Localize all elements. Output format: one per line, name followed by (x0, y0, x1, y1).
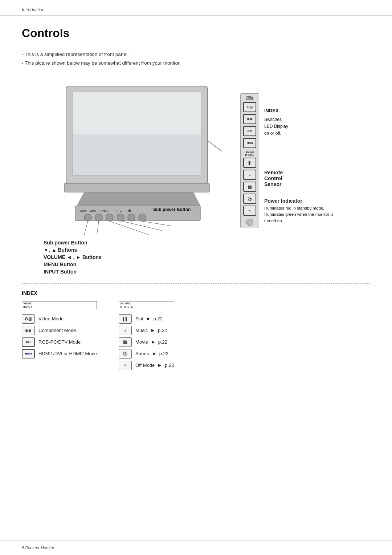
component-mode-icon: ▣▣ (22, 326, 35, 335)
movie-label: Movie (135, 339, 148, 345)
volume-below: VOLUME ◄ , ► Buttons (44, 254, 102, 260)
component-strip-btn: ▣▣ (243, 114, 256, 124)
svg-text:MENU: MENU (90, 210, 96, 212)
footer-bar: 8 Plasma Monitor (0, 540, 392, 555)
power-indicator-desc: Illuminates red in standby mode, Illumin… (264, 205, 337, 224)
music-icon: ♪ (119, 326, 132, 335)
intro-line-2: - This picture shown below may be somewh… (22, 59, 370, 68)
index-right-col: SOUNDM O D E ||| Flat ▶ p.22 ♪ Music ▶ (119, 301, 174, 370)
index-row-offmode: ∿ Off Mode ▶ p.22 (119, 361, 174, 370)
index-section-title: INDEX (22, 290, 370, 296)
monitor-drawing-container: INPUT MENU ◄ VOL ► ▼ ▲ ⏻ (55, 82, 237, 236)
sub-power-label-area: Sub power Button (153, 207, 191, 212)
svg-text:⏻: ⏻ (128, 209, 131, 212)
video-mode-strip-btn: ⊙◎ (243, 102, 256, 112)
sensor-circle (246, 219, 253, 226)
right-annotations: INDEX Switches LED Display on or off. (264, 108, 337, 224)
flat-label: Flat (135, 316, 143, 321)
flat-strip-btn: ||| (243, 158, 256, 168)
svg-line-18 (142, 221, 171, 226)
svg-line-23 (208, 141, 222, 151)
ud-buttons-below: ▼, ▲ Buttons (44, 247, 102, 253)
page-title: Controls (22, 27, 370, 40)
index-row-component: ▣▣ Component Mode (22, 326, 97, 335)
offmode-page: p.22 (165, 362, 174, 368)
svg-text:INPUT: INPUT (80, 210, 86, 212)
video-mode-icon: ⊙◎ (22, 314, 35, 324)
index-grid: VIDEOINPUT ⊙◎ Video Mode ▣▣ Component Mo… (22, 301, 370, 370)
index-desc-line2: LED Display (264, 124, 288, 129)
index-left-col: VIDEOINPUT ⊙◎ Video Mode ▣▣ Component Mo… (22, 301, 97, 370)
index-row-hdmi: Hdmi HDMI1/DVI or HDMI2 Mode (22, 349, 97, 358)
diagram-wrapper: INPUT MENU ◄ VOL ► ▼ ▲ ⏻ (22, 82, 370, 236)
breadcrumb-text: Introduction (22, 7, 45, 12)
index-row-flat: ||| Flat ▶ p.22 (119, 314, 174, 324)
index-divider (22, 283, 370, 284)
diagram-inner: INPUT MENU ◄ VOL ► ▼ ▲ ⏻ (55, 82, 337, 236)
footer-text: 8 Plasma Monitor (22, 546, 54, 550)
index-section: INDEX VIDEOINPUT ⊙◎ Video Mode ▣▣ (22, 290, 370, 370)
main-content: Controls - This is a simplified represen… (0, 16, 392, 381)
power-indicator-label: Power Indicator (264, 198, 337, 204)
index-box-label: INDEX (264, 108, 279, 113)
sports-label: Sports (135, 351, 149, 356)
sports-page: p.22 (159, 351, 168, 356)
flat-arrow: ▶ (147, 316, 150, 321)
video-mode-label: Video Mode (38, 316, 64, 321)
offmode-arrow: ▶ (158, 363, 161, 368)
music-strip-btn: ♪ (243, 170, 256, 180)
spacer2 (264, 187, 337, 198)
index-annotation: INDEX (264, 108, 337, 113)
index-desc-line1: Switches (264, 117, 282, 122)
svg-rect-3 (64, 183, 209, 192)
index-row-sports: ⚽ Sports ▶ p.22 (119, 349, 174, 358)
remote-label-control: Control (264, 175, 337, 181)
button-strip: VIDEOINPUT ⊙◎ ▣▣ PC Hdmi SOUNDM O D E (240, 93, 259, 228)
pc-mode-label: RGB-PC/DTV Mode (38, 339, 81, 345)
breadcrumb: Introduction (0, 0, 392, 16)
svg-line-19 (122, 221, 162, 231)
movie-strip-btn: 🎬 (243, 182, 256, 192)
svg-line-22 (84, 221, 88, 235)
svg-rect-2 (73, 92, 201, 134)
svg-marker-4 (77, 192, 200, 206)
flat-page: p.22 (154, 316, 163, 321)
music-label: Music (135, 328, 148, 333)
sound-mode-label-box: SOUNDM O D E (119, 301, 174, 309)
sub-power-label: Sub power Button (153, 207, 191, 212)
svg-text:▲: ▲ (120, 210, 122, 212)
svg-point-16 (128, 214, 135, 221)
svg-point-14 (106, 214, 113, 221)
below-diagram-labels: Sub power Button ▼, ▲ Buttons VOLUME ◄ ,… (22, 240, 370, 275)
music-page: p.22 (158, 328, 167, 333)
video-input-strip-label: VIDEOINPUT (246, 96, 253, 101)
sub-power-below: Sub power Button (44, 240, 102, 246)
spacer1 (264, 137, 337, 166)
offmode-strip-btn: ∿ (243, 206, 256, 216)
component-mode-label: Component Mode (38, 328, 76, 333)
index-row-movie: 🎬 Movie ▶ p.22 (119, 337, 174, 347)
index-row-music: ♪ Music ▶ p.22 (119, 326, 174, 335)
svg-text:▼: ▼ (115, 210, 117, 212)
movie-page: p.22 (158, 339, 167, 345)
hdmi-mode-icon: Hdmi (22, 349, 35, 358)
svg-point-12 (84, 214, 91, 221)
svg-text:◄ VOL ►: ◄ VOL ► (99, 210, 109, 212)
right-panel-col: VIDEOINPUT ⊙◎ ▣▣ PC Hdmi SOUNDM O D E (240, 93, 337, 228)
sound-mode-strip-label: SOUNDM O D E (245, 151, 254, 156)
index-desc-line3: on or off. (264, 131, 281, 136)
input-below: INPUT Button (44, 269, 102, 275)
offmode-icon: ∿ (119, 361, 132, 370)
intro-text: - This is a simplified representation of… (22, 50, 370, 68)
intro-line-1: - This is a simplified representation of… (22, 50, 370, 59)
svg-line-21 (97, 221, 99, 235)
sound-mode-header: SOUNDM O D E (119, 301, 174, 311)
sports-icon: ⚽ (119, 349, 132, 358)
music-arrow: ▶ (151, 328, 154, 333)
svg-line-20 (110, 221, 150, 235)
remote-label-sensor: Sensor (264, 181, 337, 187)
power-indicator-area: Power Indicator Illuminates red in stand… (264, 198, 337, 224)
remote-label-remote: Remote (264, 170, 337, 175)
svg-point-15 (117, 214, 124, 221)
pc-strip-btn: PC (243, 126, 256, 136)
